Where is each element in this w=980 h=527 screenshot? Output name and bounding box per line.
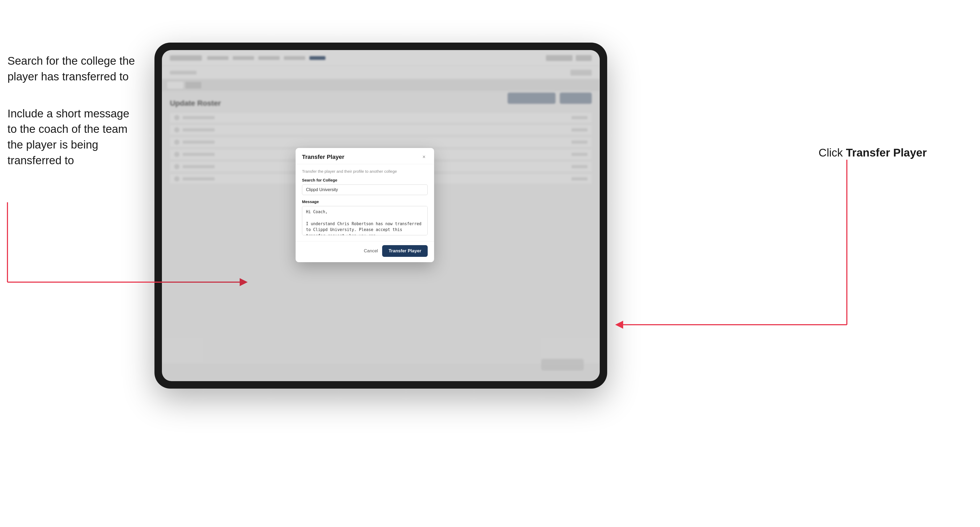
message-textarea[interactable]: [302, 206, 428, 235]
search-for-college-label: Search for College: [302, 178, 428, 182]
annotation-transfer-player-bold: Transfer Player: [846, 146, 927, 159]
cancel-button[interactable]: Cancel: [364, 248, 378, 254]
tablet-screen: Update Roster Transfer Player ×: [162, 50, 600, 381]
close-button[interactable]: ×: [420, 153, 428, 161]
modal-title: Transfer Player: [302, 154, 344, 160]
annotation-search-text: Search for the college the player has tr…: [8, 53, 141, 85]
annotation-left-top: Search for the college the player has tr…: [8, 53, 141, 168]
annotation-right: Click Transfer Player: [819, 146, 927, 159]
modal-footer: Cancel Transfer Player: [296, 241, 434, 262]
transfer-player-button[interactable]: Transfer Player: [382, 245, 428, 257]
annotation-click-text: Click Transfer Player: [819, 146, 927, 159]
transfer-player-modal: Transfer Player × Transfer the player an…: [296, 148, 434, 262]
modal-overlay: Transfer Player × Transfer the player an…: [162, 50, 600, 381]
svg-marker-5: [615, 321, 623, 329]
modal-body: Transfer the player and their profile to…: [296, 164, 434, 241]
message-label: Message: [302, 199, 428, 204]
annotation-message-text: Include a short message to the coach of …: [8, 106, 141, 168]
modal-header: Transfer Player ×: [296, 148, 434, 164]
modal-subtitle: Transfer the player and their profile to…: [302, 169, 428, 173]
tablet-frame: Update Roster Transfer Player ×: [154, 43, 607, 389]
search-college-input[interactable]: [302, 184, 428, 195]
